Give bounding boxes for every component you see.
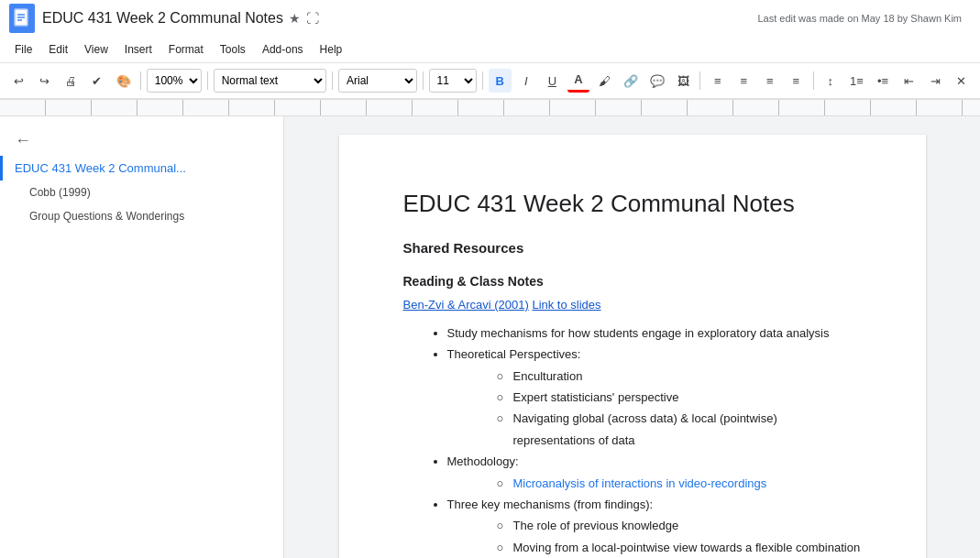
menu-view[interactable]: View — [77, 40, 116, 59]
back-icon: ← — [15, 131, 31, 150]
bullet-list-button[interactable]: •≡ — [872, 69, 895, 93]
method-sub-list: Microanalysis of interactions in video-r… — [469, 473, 862, 494]
benz-link-line: Ben-Zvi & Arcavi (2001) Link to slides — [403, 296, 862, 315]
bold-button[interactable]: B — [489, 69, 512, 93]
paint-format-button[interactable]: 🎨 — [112, 69, 135, 93]
print-button[interactable]: 🖨 — [60, 69, 83, 93]
sidebar: ← EDUC 431 Week 2 Communal... Cobb (1999… — [0, 116, 284, 558]
link-button[interactable]: 🔗 — [620, 69, 643, 93]
divider-1 — [140, 71, 141, 90]
image-button[interactable]: 🖼 — [672, 69, 695, 93]
folder-icon[interactable]: ⛶ — [306, 11, 319, 26]
align-justify-button[interactable]: ≡ — [785, 69, 808, 93]
italic-button[interactable]: I — [515, 69, 538, 93]
menu-help[interactable]: Help — [313, 40, 350, 59]
numbered-list-button[interactable]: 1≡ — [845, 69, 868, 93]
comment-button[interactable]: 💬 — [645, 69, 668, 93]
page: EDUC 431 Week 2 Communal Notes Shared Re… — [339, 135, 926, 558]
divider-5 — [482, 71, 483, 90]
ruler — [0, 100, 980, 116]
menu-tools[interactable]: Tools — [213, 40, 253, 59]
divider-2 — [207, 71, 208, 90]
divider-3 — [332, 71, 333, 90]
benz-bullet-1: Study mechanisms for how students engage… — [447, 323, 862, 344]
redo-button[interactable]: ↪ — [34, 69, 57, 93]
clear-format-button[interactable]: ✕ — [950, 69, 973, 93]
toolbar: ↩ ↪ 🖨 ✔ 🎨 100% Normal text Arial 11 B I … — [0, 62, 980, 99]
zoom-select[interactable]: 100% — [147, 69, 202, 93]
increase-indent-button[interactable]: ⇥ — [924, 69, 947, 93]
benz-bullet-2: Theoretical Perspectives: Enculturation … — [447, 344, 862, 451]
benz-bullets: Study mechanisms for how students engage… — [425, 323, 862, 558]
decrease-indent-button[interactable]: ⇤ — [897, 69, 920, 93]
theo-sub-list: Enculturation Expert statisticians' pers… — [469, 366, 862, 452]
size-select[interactable]: 11 — [429, 69, 478, 93]
menu-edit[interactable]: Edit — [41, 40, 75, 59]
methodology-bullet: Methodology: Microanalysis of interactio… — [447, 451, 862, 494]
sidebar-item-cobb[interactable]: Cobb (1999) — [0, 181, 283, 204]
divider-6 — [699, 71, 700, 90]
benz-slides-link[interactable]: Link to slides — [532, 298, 600, 312]
sidebar-item-group[interactable]: Group Questions & Wonderings — [0, 204, 283, 228]
doc-area[interactable]: EDUC 431 Week 2 Communal Notes Shared Re… — [284, 116, 980, 558]
align-right-button[interactable]: ≡ — [759, 69, 782, 93]
align-left-button[interactable]: ≡ — [706, 69, 729, 93]
last-edit-text: Last edit was made on May 18 by Shawn Ki… — [757, 13, 971, 24]
doc-title-heading: EDUC 431 Week 2 Communal Notes — [403, 190, 862, 218]
menu-file[interactable]: File — [7, 40, 39, 59]
theo-sub-1: Enculturation — [513, 366, 862, 387]
benz-link[interactable]: Ben-Zvi & Arcavi (2001) — [403, 298, 529, 312]
menu-bar: File Edit View Insert Format Tools Add-o… — [0, 37, 980, 62]
method-sub-1: Microanalysis of interactions in video-r… — [513, 473, 862, 494]
theo-sub-2: Expert statisticians' perspective — [513, 387, 862, 408]
menu-insert[interactable]: Insert — [117, 40, 160, 59]
theo-sub-3: Navigating global (across data) & local … — [513, 408, 862, 451]
sidebar-item-main[interactable]: EDUC 431 Week 2 Communal... — [0, 156, 283, 181]
three-key-bullet: Three key mechanisms (from findings): Th… — [447, 494, 862, 558]
star-icon[interactable]: ★ — [289, 11, 301, 26]
menu-addons[interactable]: Add-ons — [255, 40, 311, 59]
three-sub-1: The role of previous knowledge — [513, 515, 862, 536]
menu-format[interactable]: Format — [161, 40, 211, 59]
doc-icon — [9, 4, 35, 33]
three-sub-2: Moving from a local-pointwise view towar… — [513, 537, 862, 558]
highlight-button[interactable]: 🖌 — [593, 69, 616, 93]
underline-button[interactable]: U — [541, 69, 564, 93]
divider-7 — [813, 71, 814, 90]
doc-title[interactable]: EDUC 431 Week 2 Communal Notes — [42, 10, 283, 27]
text-color-button[interactable]: A — [567, 69, 590, 93]
style-select[interactable]: Normal text — [214, 69, 326, 93]
spellcheck-button[interactable]: ✔ — [86, 69, 109, 93]
three-sub-list: The role of previous knowledge Moving fr… — [469, 515, 862, 558]
shared-resources-heading: Shared Resources — [403, 240, 862, 256]
font-select[interactable]: Arial — [338, 69, 417, 93]
divider-4 — [423, 71, 424, 90]
align-center-button[interactable]: ≡ — [732, 69, 755, 93]
undo-button[interactable]: ↩ — [7, 69, 30, 93]
reading-class-notes-heading: Reading & Class Notes — [403, 274, 862, 289]
sidebar-back-button[interactable]: ← — [0, 126, 283, 156]
line-spacing-button[interactable]: ↕ — [820, 69, 842, 93]
